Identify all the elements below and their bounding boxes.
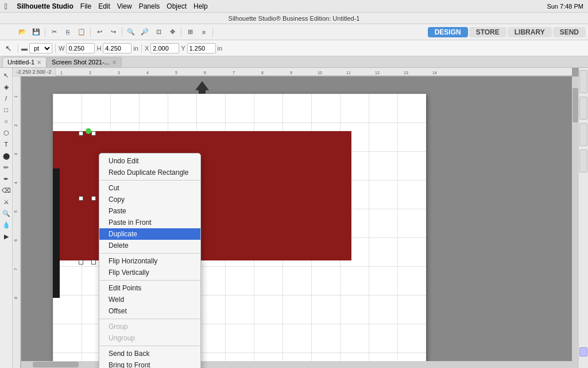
eraser-tool[interactable]: ⌫ — [1, 185, 11, 195]
apple-menu[interactable]:  — [5, 2, 7, 11]
width-input[interactable] — [66, 43, 95, 53]
main-layout: ↖ ◈ / □ ○ ⬡ T ⬤ ✏ ✒ ⌫ ⚔ 🔍 💧 ▶ -2.250 2.5… — [0, 68, 588, 368]
sel-handle-br[interactable] — [91, 260, 96, 264]
tab-screenshot-close[interactable]: ✕ — [112, 59, 117, 66]
height-input[interactable] — [103, 43, 131, 53]
cursor-tool[interactable]: ↖ — [2, 43, 15, 54]
svg-text:1: 1 — [60, 71, 63, 75]
unit-label: in — [133, 45, 138, 52]
ctx-item-offset[interactable]: Offset — [99, 305, 200, 317]
send-nav-button[interactable]: SEND — [553, 27, 586, 37]
ctx-item-copy[interactable]: Copy — [99, 194, 200, 205]
rect-tool[interactable]: □ — [1, 105, 11, 115]
sel-handle-bl[interactable] — [79, 260, 83, 264]
tabs-bar: Untitled-1 ✕ Screen Shot 2021-... ✕ — [0, 56, 588, 68]
svg-text:3: 3 — [14, 153, 18, 155]
cut-button[interactable]: ✂ — [48, 26, 60, 38]
ctx-item-paste[interactable]: Paste — [99, 205, 200, 217]
ruler-vertical: 1 2 3 4 5 6 7 8 — [13, 76, 21, 368]
scrollbar-bottom-thumb[interactable] — [33, 362, 79, 367]
align-button[interactable]: ⊞ — [184, 26, 196, 38]
redo-button[interactable]: ↪ — [107, 26, 119, 38]
green-handle[interactable] — [86, 128, 91, 134]
ctx-item-duplicate[interactable]: Duplicate — [99, 228, 200, 240]
panel-btn-2[interactable] — [579, 97, 587, 120]
scrollbar-right[interactable] — [572, 76, 579, 368]
menu-view[interactable]: View — [117, 2, 132, 10]
scrollbar-thumb[interactable] — [572, 88, 578, 122]
sel-handle-tr[interactable] — [91, 131, 96, 136]
line-tool[interactable]: / — [1, 93, 11, 103]
zoom-tool[interactable]: 🔍 — [1, 208, 11, 218]
ctx-item-cut[interactable]: Cut — [99, 182, 200, 194]
ctx-item-edit-points[interactable]: Edit Points — [99, 282, 200, 294]
canvas-area[interactable]: -2.250 2.500 -2 -1 1 2 3 4 5 6 7 — [13, 68, 579, 368]
polygon-tool[interactable]: ⬡ — [1, 128, 11, 138]
svg-text:6: 6 — [204, 71, 206, 75]
panel-btn-4[interactable] — [579, 150, 587, 172]
node-tool[interactable]: ◈ — [1, 82, 11, 92]
ctx-item-redo-duplicate-rectangle[interactable]: Redo Duplicate Rectangle — [99, 167, 200, 178]
stroke-select[interactable]: pt — [29, 43, 52, 53]
context-menu: Undo EditRedo Duplicate RectangleCutCopy… — [99, 153, 201, 368]
red-rectangle[interactable] — [53, 131, 351, 260]
sel-handle-ml[interactable] — [79, 196, 83, 201]
panel-btn-3[interactable] — [579, 123, 587, 146]
panel-btn-1[interactable] — [579, 70, 587, 93]
store-nav-button[interactable]: STORE — [469, 27, 506, 37]
stroke-label: ▬ — [21, 45, 28, 52]
svg-text:1: 1 — [14, 95, 18, 98]
ctx-item-delete[interactable]: Delete — [99, 240, 200, 251]
zoom-out-button[interactable]: 🔎 — [138, 26, 151, 38]
ctx-item-paste-in-front[interactable]: Paste in Front — [99, 217, 200, 228]
eyedropper-tool[interactable]: 💧 — [1, 220, 11, 230]
ctx-item-bring-to-front[interactable]: Bring to Front — [99, 359, 200, 368]
ctx-item-undo-edit[interactable]: Undo Edit — [99, 155, 200, 167]
clock: Sun 7:48 PM — [547, 3, 583, 10]
ctx-item-weld[interactable]: Weld — [99, 294, 200, 305]
sel-handle-tl[interactable] — [79, 131, 83, 136]
zoom-in-button[interactable]: 🔍 — [125, 26, 137, 38]
ellipse-tool[interactable]: ○ — [1, 116, 11, 126]
undo-button[interactable]: ↩ — [93, 26, 106, 38]
ctx-item-flip-vertically[interactable]: Flip Vertically — [99, 267, 200, 278]
save-button[interactable]: 💾 — [30, 26, 42, 38]
tab-untitled-close[interactable]: ✕ — [37, 59, 41, 66]
distribute-button[interactable]: ≡ — [198, 26, 210, 38]
ctx-item-send-to-back[interactable]: Send to Back — [99, 348, 200, 359]
copy-button[interactable]: ⎘ — [61, 26, 74, 38]
extra-tool[interactable]: ▶ — [1, 231, 11, 241]
new-button[interactable]: ​ — [2, 26, 15, 38]
svg-text:6: 6 — [14, 239, 18, 241]
left-toolbar: ↖ ◈ / □ ○ ⬡ T ⬤ ✏ ✒ ⌫ ⚔ 🔍 💧 ▶ — [0, 68, 13, 368]
fill-tool[interactable]: ⬤ — [1, 151, 11, 161]
tab-screenshot[interactable]: Screen Shot 2021-... ✕ — [47, 57, 122, 67]
black-rectangle[interactable] — [53, 168, 60, 298]
menu-edit[interactable]: Edit — [98, 2, 110, 10]
text-tool[interactable]: T — [1, 139, 11, 150]
menu-object[interactable]: Object — [167, 2, 187, 10]
design-nav-button[interactable]: DESIGN — [428, 27, 468, 37]
tab-untitled[interactable]: Untitled-1 ✕ — [2, 57, 47, 67]
library-nav-button[interactable]: LIBRARY — [508, 27, 552, 37]
x-input[interactable] — [150, 43, 179, 53]
knife-tool[interactable]: ⚔ — [1, 197, 11, 207]
pencil-tool[interactable]: ✏ — [1, 162, 11, 172]
pen-tool[interactable]: ✒ — [1, 174, 11, 184]
app-titlebar: Silhouette Studio® Business Edition: Unt… — [0, 13, 588, 24]
menu-help[interactable]: Help — [194, 2, 208, 10]
menu-panels[interactable]: Panels — [139, 2, 160, 10]
svg-text:2: 2 — [89, 71, 91, 75]
move-button[interactable]: ✥ — [166, 26, 179, 38]
panel-btn-5[interactable] — [579, 347, 587, 356]
zoom-fit-button[interactable]: ⊡ — [152, 26, 165, 38]
paste-button[interactable]: 📋 — [75, 26, 88, 38]
context-menu-separator — [99, 346, 200, 346]
select-tool[interactable]: ↖ — [1, 70, 11, 80]
svg-text:7: 7 — [233, 71, 235, 75]
sel-handle-mr[interactable] — [91, 196, 96, 201]
open-button[interactable]: 📂 — [16, 26, 29, 38]
y-input[interactable] — [187, 43, 216, 53]
menu-file[interactable]: File — [80, 2, 91, 10]
ctx-item-flip-horizontally[interactable]: Flip Horizontally — [99, 255, 200, 267]
